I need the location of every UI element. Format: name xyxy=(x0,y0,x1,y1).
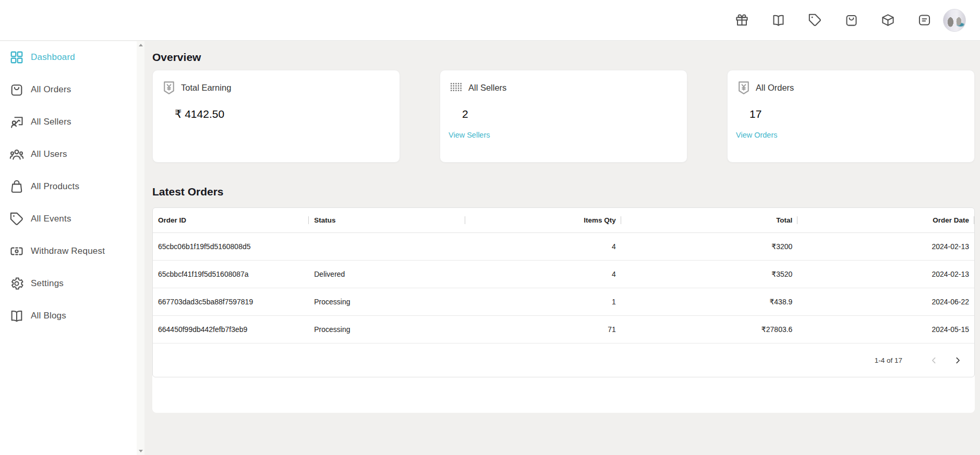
chevron-left-icon xyxy=(928,355,939,366)
cell-items-qty: 4 xyxy=(465,233,621,260)
cell-items-qty: 4 xyxy=(465,261,621,288)
money-badge-icon xyxy=(736,80,752,95)
dot-grid-icon xyxy=(449,80,464,95)
package-button[interactable] xyxy=(881,13,895,27)
column-header-total[interactable]: Total xyxy=(621,208,798,232)
sidebar: Dashboard All Orders All Sellers All Use… xyxy=(0,41,137,455)
avatar[interactable] xyxy=(943,9,966,32)
column-header-status[interactable]: Status xyxy=(309,208,465,232)
sidebar-item-all-events[interactable]: All Events xyxy=(0,203,137,235)
book-icon xyxy=(771,13,785,27)
cell-total: ₹27803.6 xyxy=(621,316,798,343)
pagination-prev-button[interactable] xyxy=(924,351,943,370)
cell-status: Delivered xyxy=(309,261,465,288)
table-footer: 1-4 of 17 xyxy=(153,343,974,377)
cell-total: ₹438.9 xyxy=(621,288,798,315)
sidebar-item-all-blogs[interactable]: All Blogs xyxy=(0,300,137,332)
table-row[interactable]: 65cbc06b1f19f5d5160808d54₹32002024-02-13 xyxy=(153,233,974,261)
card-header: All Orders xyxy=(736,80,966,95)
card-header: All Sellers xyxy=(449,80,679,95)
table-row[interactable]: 667703dad3c5ba88f7597819Processing1₹438.… xyxy=(153,288,974,316)
grid-icon xyxy=(9,50,24,65)
shopping-bag-icon xyxy=(844,13,858,27)
tag-icon xyxy=(808,13,822,27)
gear-icon xyxy=(9,276,24,291)
money-badge-icon xyxy=(161,80,177,95)
sidebar-item-dashboard[interactable]: Dashboard xyxy=(0,41,137,73)
orders-table-wrapper: Order IDStatusItems QtyTotalOrder Date 6… xyxy=(152,207,975,413)
sidebar-item-all-users[interactable]: All Users xyxy=(0,138,137,170)
package-icon xyxy=(881,13,895,27)
card-title: All Sellers xyxy=(468,83,506,93)
cell-order-id: 664450f99db442fefb7f3eb9 xyxy=(153,316,309,343)
cell-total: ₹3200 xyxy=(621,233,798,260)
cell-status xyxy=(309,233,465,260)
header-icons xyxy=(735,13,931,27)
message-icon xyxy=(917,13,931,27)
column-header-order-date[interactable]: Order Date xyxy=(797,208,974,232)
card-value: 17 xyxy=(749,106,966,122)
cell-order-id: 667703dad3c5ba88f7597819 xyxy=(153,288,309,315)
gift-icon xyxy=(735,13,749,27)
overview-title: Overview xyxy=(152,50,975,65)
tag-icon xyxy=(9,212,24,226)
card-all-sellers: All Sellers 2 View Sellers xyxy=(440,70,687,163)
orders-table: Order IDStatusItems QtyTotalOrder Date 6… xyxy=(152,207,975,377)
card-total-earning: Total Earning ₹ 4142.50 xyxy=(152,70,400,163)
card-value: 2 xyxy=(462,106,679,122)
cell-order-id: 65cbc06b1f19f5d5160808d5 xyxy=(153,233,309,260)
banknote-icon xyxy=(9,244,24,259)
column-header-items-qty[interactable]: Items Qty xyxy=(465,208,621,232)
view-orders-link[interactable]: View Orders xyxy=(736,131,778,139)
column-header-order-id[interactable]: Order ID xyxy=(153,208,309,232)
table-row[interactable]: 664450f99db442fefb7f3eb9Processing71₹278… xyxy=(153,316,974,343)
table-body: 65cbc06b1f19f5d5160808d54₹32002024-02-13… xyxy=(153,233,974,343)
book-button[interactable] xyxy=(771,13,785,27)
pagination-range: 1-4 of 17 xyxy=(875,356,902,364)
chevron-right-icon xyxy=(952,355,963,366)
sidebar-item-all-sellers[interactable]: All Sellers xyxy=(0,106,137,138)
cell-total: ₹3520 xyxy=(621,261,798,288)
pagination-next-button[interactable] xyxy=(948,351,967,370)
cell-status: Processing xyxy=(309,316,465,343)
latest-orders-title: Latest Orders xyxy=(152,185,975,199)
cell-items-qty: 1 xyxy=(465,288,621,315)
cell-order-date: 2024-06-22 xyxy=(797,288,974,315)
main-content: Overview Total Earning ₹ 4142.50 All Sel… xyxy=(144,41,980,455)
cell-status: Processing xyxy=(309,288,465,315)
view-sellers-link[interactable]: View Sellers xyxy=(449,131,490,139)
book-icon xyxy=(9,309,24,323)
sidebar-item-all-products[interactable]: All Products xyxy=(0,170,137,203)
shopping-bag-button[interactable] xyxy=(844,13,858,27)
cell-order-date: 2024-02-13 xyxy=(797,261,974,288)
card-header: Total Earning xyxy=(161,80,391,95)
table-header: Order IDStatusItems QtyTotalOrder Date xyxy=(153,208,974,233)
card-value: ₹ 4142.50 xyxy=(175,106,391,122)
cell-order-date: 2024-05-15 xyxy=(797,316,974,343)
message-button[interactable] xyxy=(917,13,931,27)
cell-order-id: 65cbbcf41f19f5d51608087a xyxy=(153,261,309,288)
cell-items-qty: 71 xyxy=(465,316,621,343)
overview-cards: Total Earning ₹ 4142.50 All Sellers 2 Vi… xyxy=(152,70,975,163)
gift-button[interactable] xyxy=(735,13,749,27)
cell-order-date: 2024-02-13 xyxy=(797,233,974,260)
users-icon xyxy=(9,147,24,162)
sidebar-item-withdraw-request[interactable]: Withdraw Request xyxy=(0,235,137,267)
card-title: Total Earning xyxy=(181,83,231,93)
column-separator xyxy=(974,216,974,224)
sidebar-item-settings[interactable]: Settings xyxy=(0,267,137,300)
tag-button[interactable] xyxy=(808,13,822,27)
presentation-icon xyxy=(9,115,24,129)
card-all-orders: All Orders 17 View Orders xyxy=(727,70,975,163)
sidebar-item-all-orders[interactable]: All Orders xyxy=(0,73,137,106)
shopping-bag-icon xyxy=(9,82,24,97)
scroll-up-arrow[interactable] xyxy=(139,44,143,46)
table-row[interactable]: 65cbbcf41f19f5d51608087aDelivered4₹35202… xyxy=(153,261,974,288)
sidebar-scrollbar[interactable] xyxy=(137,41,144,455)
scroll-down-arrow[interactable] xyxy=(139,450,143,452)
top-header xyxy=(0,0,980,41)
handbag-icon xyxy=(9,179,24,194)
card-title: All Orders xyxy=(756,83,794,93)
